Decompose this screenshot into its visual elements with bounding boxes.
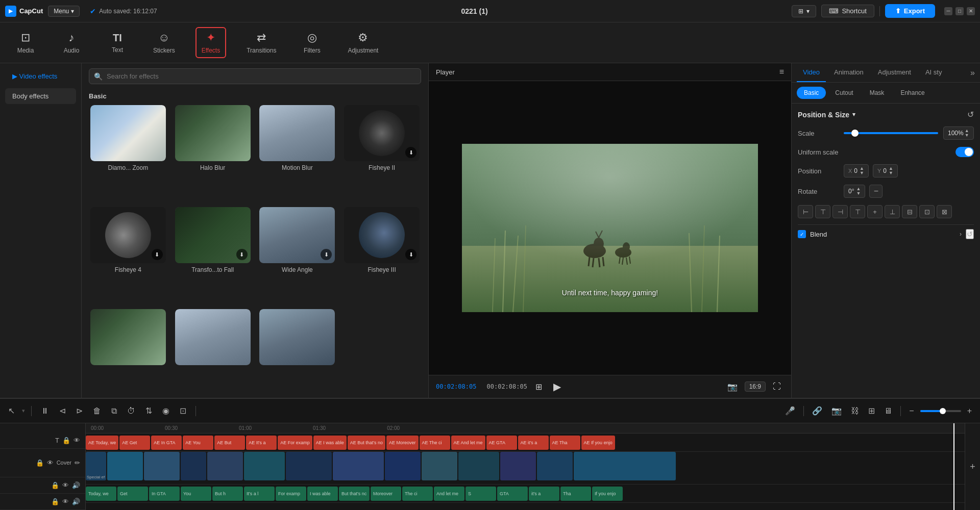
video-effects-btn[interactable]: ▶ Video effects: [5, 68, 76, 84]
position-y-input[interactable]: Y 0 ▲ ▼: [873, 164, 898, 177]
subtab-enhance[interactable]: Enhance: [893, 87, 932, 99]
tool-transitions[interactable]: ⇄ Transitions: [241, 28, 281, 57]
maximize-button[interactable]: □: [955, 7, 964, 15]
audio-clip[interactable]: Today, we: [86, 487, 116, 501]
distribute-v-button[interactable]: ⊡: [919, 205, 935, 218]
text-clip[interactable]: AE The ci: [420, 436, 450, 450]
align-middle-button[interactable]: +: [867, 205, 883, 218]
tl-monitor-button[interactable]: 🖥: [881, 404, 895, 418]
text-clip[interactable]: AE I was able: [313, 436, 347, 450]
close-button[interactable]: ✕: [967, 7, 975, 15]
text-clip[interactable]: AE It's a: [246, 436, 277, 450]
text-clip[interactable]: AE You: [183, 436, 213, 450]
align-extra-button[interactable]: ⊠: [937, 205, 952, 218]
audio-clip[interactable]: Get: [117, 487, 148, 501]
text-clip[interactable]: AE Moreover: [386, 436, 419, 450]
audio-clip[interactable]: For examp: [276, 487, 306, 501]
tl-link-button[interactable]: 🔗: [809, 404, 825, 418]
effect-fisheye-3[interactable]: ⬇ Fisheye III: [342, 207, 421, 303]
video-clip[interactable]: [385, 452, 421, 480]
audio-clip[interactable]: I was able: [307, 487, 338, 501]
video-clip[interactable]: [286, 452, 332, 480]
tabs-more-icon[interactable]: »: [970, 68, 975, 78]
cursor-tool[interactable]: ↖: [5, 404, 18, 418]
zoom-in-button[interactable]: +: [964, 404, 975, 418]
tool-filters[interactable]: ◎ Filters: [297, 28, 327, 57]
audio-clip[interactable]: But h: [212, 487, 243, 501]
audio-clip[interactable]: Moreover: [371, 487, 401, 501]
crop-tool[interactable]: ⊡: [177, 404, 189, 418]
audio-clip[interactable]: It's a l: [244, 487, 275, 501]
blend-expand-icon[interactable]: ›: [960, 231, 962, 238]
body-effects-btn[interactable]: Body effects: [5, 88, 76, 104]
video-clip[interactable]: [207, 452, 243, 480]
text-clip[interactable]: AE Get: [119, 436, 150, 450]
audio-clip[interactable]: But that's nc: [339, 487, 370, 501]
grid-view-button[interactable]: ⊞: [532, 381, 545, 393]
align-center-h-button[interactable]: ⊤: [815, 205, 830, 218]
menu-button[interactable]: Menu ▾: [48, 6, 80, 17]
delete-tool[interactable]: 🗑: [90, 404, 104, 418]
text-clip[interactable]: AE Tha: [550, 436, 580, 450]
tool-adjustment[interactable]: ⚙ Adjustment: [342, 28, 383, 57]
text-clip[interactable]: AE it's a: [518, 436, 549, 450]
text-clip[interactable]: AE GTA: [486, 436, 517, 450]
zoom-out-button[interactable]: −: [906, 404, 917, 418]
tl-camera-button[interactable]: 📷: [828, 404, 845, 418]
scale-decrement[interactable]: ▼: [965, 133, 969, 138]
blend-checkbox[interactable]: ✓: [798, 230, 806, 238]
video-clip[interactable]: [537, 452, 573, 480]
trim-left-tool[interactable]: ⊲: [56, 404, 69, 418]
audio-clip[interactable]: it's a: [529, 487, 559, 501]
tool-media[interactable]: ⊡ Media: [10, 28, 41, 57]
video-clip[interactable]: [144, 452, 180, 480]
zoom-slider[interactable]: [920, 410, 961, 412]
color-tool[interactable]: ◉: [159, 404, 173, 418]
align-bottom-button[interactable]: ⊥: [885, 205, 900, 218]
effect-motion-blur[interactable]: Motion Blur: [258, 105, 337, 201]
tool-effects[interactable]: ✦ Effects: [195, 27, 226, 58]
zoom-thumb[interactable]: [940, 408, 946, 414]
audio-clip[interactable]: The ci: [402, 487, 433, 501]
tab-adjustment[interactable]: Adjustment: [872, 63, 917, 82]
blend-reset-button[interactable]: ↺: [966, 229, 974, 239]
effect-halo-blur[interactable]: Halo Blur: [174, 105, 252, 201]
duplicate-tool[interactable]: ⧉: [108, 404, 120, 418]
trim-right-tool[interactable]: ⊳: [73, 404, 86, 418]
position-reset-button[interactable]: ↺: [967, 110, 974, 119]
audio-clip[interactable]: And let me: [434, 487, 464, 501]
text-clip[interactable]: AE If you enjo: [581, 436, 615, 450]
effect-wide-angle[interactable]: ⬇ Wide Angle: [258, 207, 337, 303]
video-clip[interactable]: [500, 452, 536, 480]
subtab-basic[interactable]: Basic: [797, 87, 826, 99]
video-clip[interactable]: [422, 452, 457, 480]
effect-transfo-fall[interactable]: ⬇ Transfo...to Fall: [174, 207, 252, 303]
rotate-dash-button[interactable]: −: [869, 185, 883, 198]
audio-clip[interactable]: You: [181, 487, 211, 501]
effect-diamond-zoom[interactable]: Diamo... Zoom: [89, 105, 167, 201]
tl-split-button[interactable]: ⊞: [865, 404, 878, 418]
text-clip[interactable]: AE But that's no: [348, 436, 385, 450]
rotate-decrement[interactable]: ▼: [856, 191, 861, 196]
search-input[interactable]: [89, 68, 421, 84]
text-clip[interactable]: AE In GTA: [151, 436, 182, 450]
rotate-input[interactable]: 0° ▲ ▼: [844, 185, 865, 198]
audio-clip[interactable]: If you enjo: [592, 487, 623, 501]
uniform-scale-toggle[interactable]: [955, 147, 974, 157]
video-clip[interactable]: [333, 452, 384, 480]
text-clip[interactable]: AE Today, we: [86, 436, 118, 450]
text-clip[interactable]: AE And let me: [451, 436, 485, 450]
flip-tool[interactable]: ⇅: [142, 404, 155, 418]
mic-button[interactable]: 🎤: [782, 404, 798, 418]
video-clip[interactable]: Special ef: [86, 452, 106, 480]
play-button[interactable]: ▶: [550, 379, 564, 394]
effect-more-2[interactable]: [174, 309, 252, 398]
tab-animation[interactable]: Animation: [828, 63, 870, 82]
fullscreen-button[interactable]: ⛶: [770, 381, 784, 392]
video-clip[interactable]: [181, 452, 206, 480]
shortcut-button[interactable]: ⌨ Shortcut: [821, 5, 874, 17]
subtab-mask[interactable]: Mask: [863, 87, 892, 99]
tab-ai-style[interactable]: AI sty: [919, 63, 948, 82]
audio-clip[interactable]: Tha: [560, 487, 591, 501]
tool-stickers[interactable]: ☺ Stickers: [148, 28, 180, 57]
